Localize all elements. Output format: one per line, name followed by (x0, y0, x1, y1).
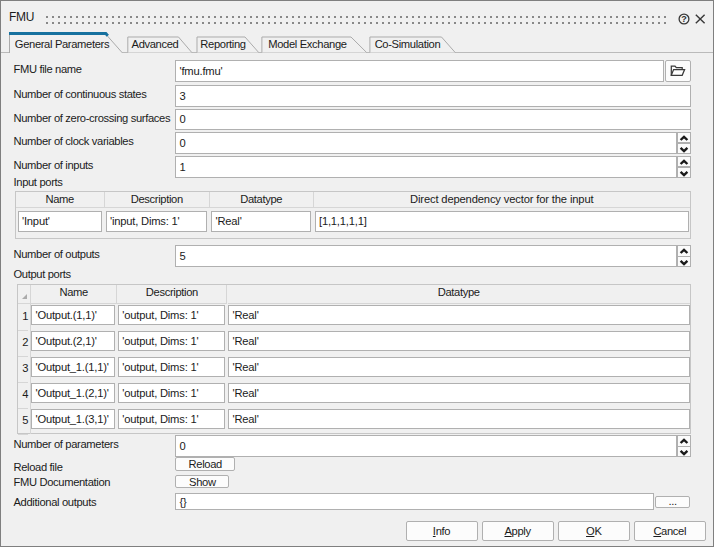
svg-text:?: ? (681, 14, 687, 24)
